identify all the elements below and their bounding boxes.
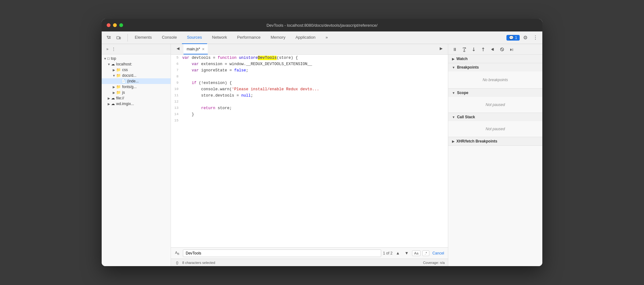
line-number: 8: [171, 74, 182, 80]
line-number: 10: [171, 86, 182, 92]
step-into-button[interactable]: [470, 45, 478, 53]
list-item[interactable]: ▼ □ top: [102, 56, 171, 61]
tree-arrow-icon: ▶: [112, 85, 116, 89]
svg-line-7: [501, 48, 503, 51]
folder-icon: 📁: [116, 90, 121, 95]
status-bar: {} 8 characters selected Coverage: n/a: [171, 259, 448, 266]
code-line-6: 6 var extension = window.__REDUX_DEVTOOL…: [171, 61, 448, 67]
call-stack-arrow-icon: ▼: [452, 115, 455, 119]
editor-forward-button[interactable]: ▶: [437, 44, 445, 53]
search-cancel-button[interactable]: Cancel: [431, 251, 445, 255]
tree-arrow-icon: ▼: [103, 57, 107, 60]
xhr-breakpoints-section-header[interactable]: ▶ XHR/fetch Breakpoints: [448, 137, 542, 145]
scope-section-body: Not paused: [448, 97, 542, 113]
dont-pause-exceptions-button[interactable]: ⏯: [507, 45, 516, 53]
watch-section-header[interactable]: ▶ Watch: [448, 55, 542, 63]
tab-sources[interactable]: Sources: [182, 31, 207, 44]
tree-arrow-icon: ▶: [112, 91, 116, 94]
tree-arrow-icon: ▶: [112, 68, 116, 72]
cloud-icon: ☁: [111, 62, 115, 66]
breakpoints-arrow-icon: ▼: [452, 66, 455, 69]
xhr-breakpoints-section-label: XHR/fetch Breakpoints: [456, 139, 497, 143]
tree-item-label: js: [122, 90, 125, 95]
xhr-arrow-icon: ▶: [452, 140, 455, 143]
no-breakpoints-label: No breakpoints: [452, 74, 539, 86]
code-line-12: 12: [171, 99, 448, 105]
line-content: [182, 118, 448, 124]
step-out-button[interactable]: [479, 45, 487, 53]
editor-back-button[interactable]: ◀: [173, 44, 182, 53]
svg-rect-1: [120, 37, 121, 39]
search-prev-button[interactable]: ▲: [394, 250, 401, 257]
line-content: }: [182, 111, 448, 118]
match-case-button[interactable]: Aa: [412, 250, 421, 256]
more-options-button[interactable]: ⋮: [531, 33, 540, 42]
main-toolbar: Elements Console Sources Network Perform…: [102, 31, 542, 44]
format-button[interactable]: {}: [174, 260, 180, 266]
search-next-button[interactable]: ▼: [403, 250, 410, 257]
search-input[interactable]: [183, 249, 381, 257]
debug-toolbar: ⏸: [448, 44, 542, 55]
breakpoints-section: ▼ Breakpoints No breakpoints: [448, 63, 542, 89]
tab-performance[interactable]: Performance: [232, 31, 265, 44]
line-number: 14: [171, 111, 182, 117]
list-item[interactable]: ▶ ☁ file://: [102, 95, 171, 101]
watch-arrow-icon: ▶: [452, 57, 455, 61]
folder-icon: 📁: [116, 68, 121, 72]
editor-tab-label: main.js*: [187, 47, 200, 51]
line-content: console.warn('Please install/enable Redu…: [182, 86, 448, 92]
minimize-button[interactable]: [113, 23, 117, 27]
notification-count: 1: [515, 36, 517, 40]
editor-tab-close-button[interactable]: ×: [202, 47, 205, 52]
sidebar-header: » ⋮: [102, 44, 171, 54]
maximize-button[interactable]: [119, 23, 123, 27]
tree-item-label: localhost:: [116, 62, 132, 66]
close-button[interactable]: [107, 23, 110, 27]
tab-network[interactable]: Network: [207, 31, 232, 44]
tab-elements[interactable]: Elements: [130, 31, 157, 44]
line-number: 13: [171, 105, 182, 111]
code-editor[interactable]: 5 var devtools = function unistoreDevToo…: [171, 55, 448, 247]
list-item[interactable]: ▶ ☁ wd.imgix...: [102, 101, 171, 107]
window-title: DevTools - localhost:8080/docs/devtools/…: [267, 23, 378, 28]
step-button[interactable]: [489, 45, 497, 53]
list-item[interactable]: ▶ 📁 css: [102, 67, 171, 73]
scope-section: ▼ Scope Not paused: [448, 89, 542, 113]
call-stack-section-header[interactable]: ▼ Call Stack: [448, 113, 542, 121]
search-replace-icon-button[interactable]: AB: [173, 249, 181, 257]
list-item[interactable]: ▼ ☁ localhost:: [102, 61, 171, 67]
tree-arrow-icon: ▶: [107, 97, 111, 100]
tab-more[interactable]: »: [320, 31, 333, 44]
coverage-label: Coverage: n/a: [423, 261, 445, 265]
tab-console[interactable]: Console: [157, 31, 182, 44]
line-content: return store;: [182, 105, 448, 111]
pause-button[interactable]: ⏸: [451, 45, 459, 53]
device-toggle-button[interactable]: [114, 33, 123, 42]
step-over-button[interactable]: [460, 45, 468, 53]
tab-application[interactable]: Application: [291, 31, 321, 44]
breakpoints-section-header[interactable]: ▼ Breakpoints: [448, 63, 542, 71]
tree-item-label: css: [122, 68, 128, 72]
tab-memory[interactable]: Memory: [266, 31, 291, 44]
deactivate-breakpoints-button[interactable]: [498, 45, 506, 53]
scope-section-header[interactable]: ▼ Scope: [448, 89, 542, 97]
inspect-element-button[interactable]: [104, 33, 113, 42]
line-number: 15: [171, 118, 182, 124]
code-line-11: 11 store.devtools = null;: [171, 92, 448, 99]
list-item[interactable]: ▶ 📁 js: [102, 90, 171, 95]
more-sidebar-button[interactable]: ⋮: [110, 46, 117, 52]
call-stack-section-body: Not paused: [448, 121, 542, 137]
notification-button[interactable]: 💬 1: [506, 35, 520, 41]
settings-button[interactable]: ⚙: [521, 33, 530, 42]
collapse-all-button[interactable]: »: [104, 46, 110, 52]
editor-tab-main-js[interactable]: main.js* ×: [184, 44, 208, 54]
main-content: » ⋮ ▼ □ top ▼ ☁ localhost: ▶: [102, 44, 542, 266]
list-item[interactable]: ▼ 📁 docs/d...: [102, 73, 171, 78]
line-content: var extension = window.__REDUX_DEVTOOLS_…: [182, 61, 448, 67]
list-item[interactable]: ▶ 📁 fonts/g...: [102, 84, 171, 90]
line-number: 7: [171, 67, 182, 73]
svg-rect-0: [117, 36, 119, 39]
list-item[interactable]: ▶ 📄 (inde...: [102, 78, 171, 84]
code-line-10: 10 console.warn('Please install/enable R…: [171, 86, 448, 92]
use-regex-button[interactable]: .*: [422, 250, 429, 256]
